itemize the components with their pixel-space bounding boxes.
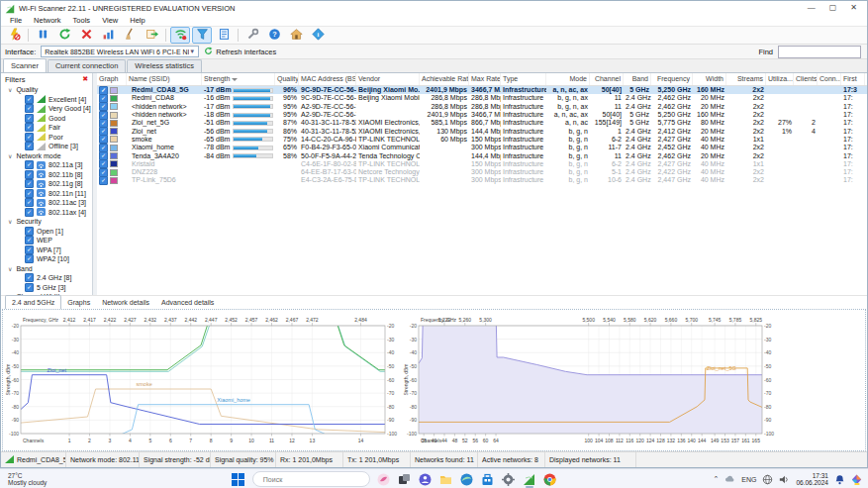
wifi-detect-button[interactable] xyxy=(170,27,190,44)
interface-select[interactable]: Realtek 8852BE Wireless LAN WiFi 6 PCI-E… xyxy=(41,46,199,57)
col-header-width[interactable]: Width xyxy=(693,73,726,85)
checkbox-checked[interactable]: ✓ xyxy=(25,198,34,207)
about-button[interactable]: i xyxy=(308,27,328,44)
table-row[interactable]: ✓<hidden network>-17 dBm95%A2-9D-7E-CC-5… xyxy=(97,103,867,111)
home-button[interactable] xyxy=(286,27,306,44)
checkbox-checked[interactable]: ✓ xyxy=(25,254,34,263)
table-row[interactable]: ✓Redmi_CDA8-16 dBm96%9C-9D-7E-CC-56-7DBe… xyxy=(97,94,867,102)
pause-button[interactable] xyxy=(33,27,52,44)
menu-file[interactable]: File xyxy=(4,16,28,25)
chrome-icon[interactable] xyxy=(543,472,557,486)
col-header-ach[interactable]: Achievable Rate xyxy=(420,73,469,85)
col-header-max[interactable]: Max Rate xyxy=(469,73,501,85)
bottom-tab-network-details[interactable]: Network details xyxy=(96,297,155,309)
checkbox-checked[interactable]: ✓ xyxy=(25,95,34,104)
filter-item[interactable]: ✓802.11g [8] xyxy=(1,179,92,189)
table-row[interactable]: ✓smoke-65 dBm75%14-CC-20-CA-96-E0TP-LINK… xyxy=(97,136,867,144)
col-header-vendor[interactable]: Vendor xyxy=(356,73,420,85)
table-row[interactable]: ✓KristaldC4-6E-1F-80-02-86TP-LINK TECHNO… xyxy=(97,160,867,168)
checkbox-checked[interactable]: ✓ xyxy=(25,170,34,179)
table-row[interactable]: ✓DNZ22864-EE-B7-17-63-0FNetcore Technolo… xyxy=(97,168,867,176)
table-row[interactable]: ✓TP-Link_75D6E4-C3-2A-E6-75-D6TP-LINK TE… xyxy=(97,176,867,184)
checkbox-checked[interactable]: ✓ xyxy=(25,160,34,169)
maximize-button[interactable]: ▢ xyxy=(829,2,837,14)
scan-toggle-button[interactable] xyxy=(4,27,24,44)
checkbox-checked[interactable]: ✓ xyxy=(25,283,34,292)
checkbox-checked[interactable]: ✓ xyxy=(25,104,34,113)
filter-button[interactable] xyxy=(192,27,212,44)
minimize-button[interactable]: — xyxy=(808,2,816,14)
table-row[interactable]: ✓Xiaomi_home-78 dBm65%F0-B4-29-F3-65-05X… xyxy=(97,144,867,151)
filter-item[interactable]: ✓Fair xyxy=(1,123,92,133)
tab-current-connection[interactable]: Current connection xyxy=(48,59,126,72)
checkbox-checked[interactable]: ✓ xyxy=(25,142,34,150)
checkbox-checked[interactable]: ✓ xyxy=(25,189,34,198)
close-button[interactable]: ✕ xyxy=(850,2,857,14)
task-view-icon[interactable] xyxy=(398,472,412,486)
export-button[interactable] xyxy=(142,27,161,44)
taskbar-search[interactable]: Поиск xyxy=(252,471,370,487)
checkbox-checked[interactable]: ✓ xyxy=(25,114,34,123)
filter-group-network-mode[interactable]: ∨Network mode xyxy=(1,151,92,161)
filter-group-quality[interactable]: ∨Quality xyxy=(1,85,92,95)
col-header-mode[interactable]: Mode xyxy=(546,73,590,85)
menu-tools[interactable]: Tools xyxy=(67,16,97,25)
filter-item[interactable]: ✓802.11n [11] xyxy=(1,189,92,199)
menu-network[interactable]: Network xyxy=(28,16,67,25)
filter-item[interactable]: ✓WEP xyxy=(1,236,92,245)
col-header-strength[interactable]: Strength xyxy=(202,73,275,85)
signal-history-button[interactable] xyxy=(98,27,118,44)
col-header-name[interactable]: Name (SSID) xyxy=(127,73,202,85)
network-icon[interactable] xyxy=(762,474,773,485)
col-header-graph[interactable]: Graph xyxy=(97,73,127,85)
col-header-streams[interactable]: Streams xyxy=(726,73,766,85)
checkbox-checked[interactable]: ✓ xyxy=(25,179,34,188)
taskbar-clock[interactable]: 17:31 06.06.2024 xyxy=(796,472,828,486)
copilot-icon[interactable] xyxy=(377,472,391,486)
checkbox-checked[interactable]: ✓ xyxy=(25,133,34,142)
filter-item[interactable]: ✓Offline [3] xyxy=(1,142,92,151)
bottom-tab-advanced-details[interactable]: Advanced details xyxy=(155,297,220,309)
taskbar-weather[interactable]: 27°C Mostly cloudy xyxy=(5,472,153,486)
table-row[interactable]: ✓Zloi_net-56 dBm86%40-31-3C-11-78-52XIAO… xyxy=(97,127,867,135)
onedrive-icon[interactable] xyxy=(724,474,735,485)
col-header-first[interactable]: First xyxy=(841,73,865,85)
col-header-util[interactable]: Utiliza... xyxy=(766,73,794,85)
start-icon[interactable] xyxy=(232,472,245,486)
notifications-bell-icon[interactable] xyxy=(834,474,845,485)
language-indicator[interactable]: ENG xyxy=(741,476,756,483)
wifi-scanner-icon[interactable] xyxy=(523,472,536,486)
filter-group-security[interactable]: ∨Security xyxy=(1,217,92,227)
refresh-interfaces-button[interactable]: Refresh interfaces xyxy=(204,47,276,57)
report-button[interactable] xyxy=(214,27,234,44)
clear-button[interactable] xyxy=(76,27,96,44)
menu-view[interactable]: View xyxy=(96,16,124,25)
menu-help[interactable]: Help xyxy=(124,16,150,25)
table-row[interactable]: ✓<hidden network>-18 dBm95%A2-9D-7E-CC-5… xyxy=(97,111,867,119)
edge-icon[interactable] xyxy=(460,472,474,486)
filter-item[interactable]: ✓Open [1] xyxy=(1,227,92,237)
teams-icon[interactable] xyxy=(419,472,433,486)
filter-item[interactable]: ✓Good xyxy=(1,114,92,124)
filter-item[interactable]: ✓802.11a [3] xyxy=(1,160,92,170)
filter-item[interactable]: ✓802.11b [8] xyxy=(1,170,92,180)
col-header-freq[interactable]: Frequency xyxy=(651,73,693,85)
checkbox-checked[interactable]: ✓ xyxy=(25,208,34,217)
promo-icon[interactable] xyxy=(851,474,862,485)
table-row[interactable]: ✓Zloi_net_5G-51 dBm87%40-31-3C-11-78-53X… xyxy=(97,119,867,127)
checkbox-checked[interactable]: ✓ xyxy=(25,123,34,132)
store-icon[interactable] xyxy=(481,472,495,486)
tab-scanner[interactable]: Scanner xyxy=(3,58,47,72)
table-row[interactable]: ✓Tenda_3A4A20-84 dBm58%50-0F-F5-9A-44-21… xyxy=(97,151,867,159)
col-header-channel[interactable]: Channel xyxy=(590,73,624,85)
checkbox-checked[interactable]: ✓ xyxy=(25,273,34,282)
filter-item[interactable]: ✓802.11ac [3] xyxy=(1,198,92,208)
refresh-button[interactable] xyxy=(54,27,74,44)
bottom-tab-2-4-and-5ghz[interactable]: 2.4 and 5GHz xyxy=(5,295,61,309)
filter-item[interactable]: ✓Poor xyxy=(1,133,92,143)
filter-item[interactable]: ✓5 GHz [3] xyxy=(1,283,92,293)
settings-icon[interactable] xyxy=(502,472,516,486)
filter-item[interactable]: ✓802.11ax [4] xyxy=(1,208,92,218)
cleanup-button[interactable] xyxy=(120,27,140,44)
find-input[interactable] xyxy=(778,46,861,58)
